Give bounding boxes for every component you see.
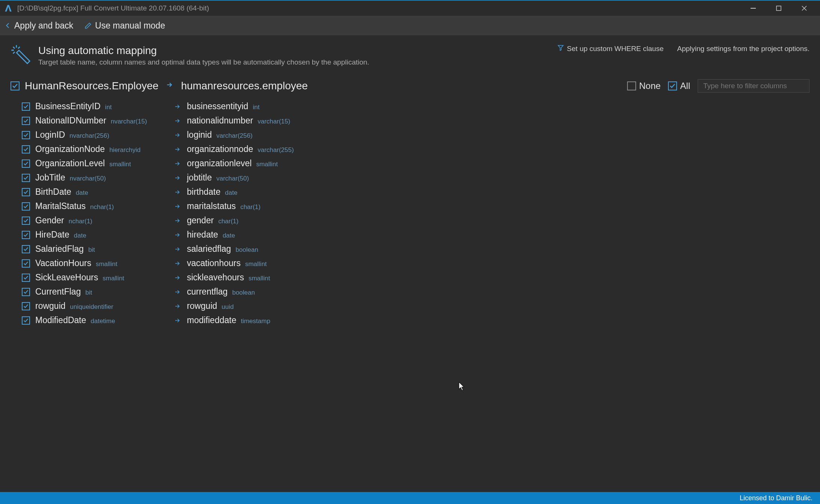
arrow-right-icon	[174, 132, 187, 138]
target-column-name: vacationhours	[187, 258, 241, 268]
target-column-name: currentflag	[187, 287, 228, 297]
apply-and-back-button[interactable]: Apply and back	[5, 21, 73, 31]
column-checkbox[interactable]	[22, 145, 30, 153]
source-column-name: BusinessEntityID	[35, 101, 101, 111]
source-column-type: nchar(1)	[90, 203, 114, 211]
target-column-type: smallint	[256, 161, 278, 168]
source-column-name: Gender	[35, 215, 64, 226]
source-column-type: smallint	[109, 161, 131, 168]
select-none-checkbox[interactable]: None	[627, 81, 661, 91]
columns-list: BusinessEntityIDintbusinessentityidintNa…	[0, 98, 820, 492]
target-column-name: maritalstatus	[187, 201, 236, 211]
table-mapping-header: HumanResources.Employee humanresources.e…	[0, 73, 820, 98]
target-column-name: organizationlevel	[187, 158, 252, 169]
column-row: NationalIDNumbernvarchar(15)nationalidnu…	[11, 114, 809, 128]
target-column-type: varchar(255)	[257, 146, 293, 154]
select-all-checkbox[interactable]: All	[668, 81, 690, 91]
column-row: SickLeaveHourssmallintsickleavehourssmal…	[11, 271, 809, 285]
target-column-name: hiredate	[187, 230, 218, 240]
column-row: Gendernchar(1)genderchar(1)	[11, 214, 809, 228]
source-column-name: rowguid	[35, 301, 66, 311]
app-icon	[3, 3, 14, 14]
source-column-type: nvarchar(50)	[70, 175, 106, 182]
arrow-left-icon	[5, 22, 11, 29]
arrow-right-icon	[174, 232, 187, 238]
column-checkbox[interactable]	[22, 102, 30, 111]
column-checkbox[interactable]	[22, 117, 30, 125]
titlebar: [D:\DB\sql2pg.fcpx] Full Convert Ultimat…	[0, 0, 820, 16]
source-column-name: LoginID	[35, 130, 65, 140]
column-row: OrganizationLevelsmallintorganizationlev…	[11, 156, 809, 171]
column-checkbox[interactable]	[22, 245, 30, 253]
target-column-type: char(1)	[240, 203, 260, 211]
source-column-name: SalariedFlag	[35, 244, 84, 254]
arrow-right-icon	[174, 289, 187, 295]
source-column-type: date	[74, 232, 86, 239]
arrow-right-icon	[174, 175, 187, 181]
arrow-right-icon	[174, 260, 187, 267]
target-column-type: varchar(256)	[217, 132, 253, 140]
target-column-name: rowguid	[187, 301, 217, 311]
source-column-name: OrganizationLevel	[35, 158, 105, 169]
source-column-name: ModifiedDate	[35, 315, 86, 325]
source-column-type: nvarchar(15)	[111, 118, 147, 125]
target-column-type: boolean	[232, 289, 255, 296]
page-subtitle: Target table name, column names and opti…	[38, 58, 369, 66]
svg-rect-2	[17, 50, 30, 63]
use-manual-mode-button[interactable]: Use manual mode	[84, 21, 165, 31]
column-checkbox[interactable]	[22, 174, 30, 182]
column-checkbox[interactable]	[22, 188, 30, 196]
target-column-name: modifieddate	[187, 315, 236, 325]
target-column-name: salariedflag	[187, 244, 231, 254]
target-column-type: date	[223, 232, 235, 239]
column-checkbox[interactable]	[22, 217, 30, 225]
column-checkbox[interactable]	[22, 316, 30, 325]
svg-rect-0	[751, 8, 756, 9]
target-column-name: nationalidnumber	[187, 116, 253, 126]
source-column-name: JobTitle	[35, 173, 65, 183]
column-row: MaritalStatusnchar(1)maritalstatuschar(1…	[11, 199, 809, 214]
target-table-name: humanresources.employee	[181, 80, 622, 92]
arrow-right-icon	[174, 146, 187, 153]
maximize-button[interactable]	[766, 1, 791, 16]
checkbox-icon	[627, 81, 636, 90]
arrow-right-icon	[174, 303, 187, 310]
minimize-button[interactable]	[740, 1, 766, 16]
target-column-type: boolean	[236, 246, 259, 254]
source-column-name: HireDate	[35, 230, 69, 240]
source-column-name: OrganizationNode	[35, 144, 105, 154]
source-column-name: NationalIDNumber	[35, 116, 106, 126]
manual-mode-label: Use manual mode	[95, 21, 165, 31]
column-row: JobTitlenvarchar(50)jobtitlevarchar(50)	[11, 171, 809, 185]
column-row: CurrentFlagbitcurrentflagboolean	[11, 285, 809, 299]
column-row: LoginIDnvarchar(256)loginidvarchar(256)	[11, 128, 809, 142]
column-checkbox[interactable]	[22, 302, 30, 310]
column-checkbox[interactable]	[22, 202, 30, 211]
arrow-right-icon	[174, 317, 187, 324]
arrow-right-icon	[174, 160, 187, 167]
where-clause-label: Set up custom WHERE clause	[567, 45, 664, 53]
target-column-type: date	[225, 189, 238, 197]
source-column-name: SickLeaveHours	[35, 272, 98, 283]
source-table-name: HumanResources.Employee	[25, 80, 158, 92]
table-checkbox[interactable]	[11, 81, 20, 90]
status-message: Applying settings from the project optio…	[677, 45, 809, 53]
column-checkbox[interactable]	[22, 288, 30, 296]
statusbar: Licensed to Damir Bulic.	[0, 492, 820, 504]
column-row: SalariedFlagbitsalariedflagboolean	[11, 242, 809, 256]
column-row: ModifiedDatedatetimemodifieddatetimestam…	[11, 313, 809, 328]
column-checkbox[interactable]	[22, 274, 30, 282]
column-row: rowguiduniqueidentifierrowguiduuid	[11, 299, 809, 313]
filter-columns-input[interactable]	[698, 79, 809, 93]
column-checkbox[interactable]	[22, 259, 30, 268]
close-button[interactable]	[791, 1, 817, 16]
column-checkbox[interactable]	[22, 131, 30, 139]
column-checkbox[interactable]	[22, 231, 30, 239]
where-clause-button[interactable]: Set up custom WHERE clause	[557, 44, 664, 53]
license-label: Licensed to Damir Bulic.	[740, 494, 812, 502]
column-row: BusinessEntityIDintbusinessentityidint	[11, 99, 809, 114]
target-column-name: organizationnode	[187, 144, 253, 154]
page-title: Using automatic mapping	[38, 44, 369, 57]
source-column-type: smallint	[96, 260, 117, 268]
column-checkbox[interactable]	[22, 159, 30, 168]
